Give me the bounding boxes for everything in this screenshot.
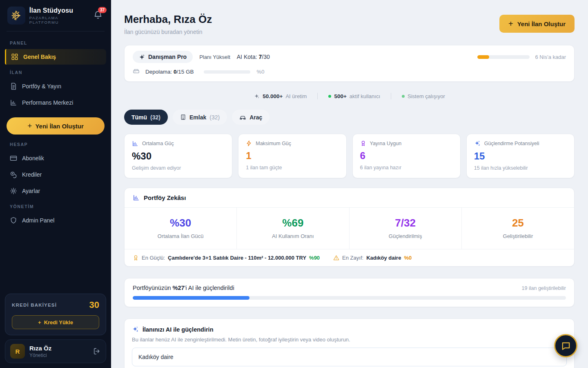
stat-card-boost-potential: Güçlendirme Potansiyeli 15 15 ilan hızla…	[466, 134, 575, 178]
sidebar-item-performance[interactable]: Performans Merkezi	[5, 95, 106, 110]
quota-progress-track	[477, 55, 530, 59]
category-tabs: Tümü (32) Emlak (32) Araç	[124, 110, 575, 125]
page-title: Merhaba, Rıza Öz	[124, 13, 212, 26]
sidebar-item-label: Abonelik	[22, 155, 44, 162]
page-subtitle: İlan gücünüzü buradan yönetin	[124, 29, 212, 35]
create-listing-button[interactable]: + Yeni İlan Oluştur	[499, 15, 575, 33]
stat-card-max-power: Maksimum Güç 1 1 ilan tam güçte	[238, 134, 346, 178]
sidebar-divider	[7, 31, 105, 31]
section-label-ilan: İLAN	[5, 65, 106, 78]
chat-fab-button[interactable]	[554, 334, 577, 357]
sidebar-item-label: Krediler	[22, 171, 42, 178]
sidebar-item-label: Ayarlar	[22, 188, 40, 194]
ai-progress-track	[133, 296, 566, 300]
sidebar-create-listing-button[interactable]: + Yeni İlan Oluştur	[7, 117, 105, 135]
storage-progress-track	[204, 70, 250, 74]
ai-progress-fill	[133, 296, 249, 300]
plus-icon: +	[38, 319, 41, 325]
section-label-yonetim: YÖNETİM	[5, 199, 106, 212]
green-dot-icon	[402, 95, 405, 98]
ai-progress-text: Portföyünüzün %27'i AI ile güçlendirildi	[133, 285, 234, 291]
chat-icon	[561, 341, 571, 351]
sidebar: İlan Stüdyosu PAZARLAMA PLATFORMU 37 PAN…	[0, 0, 111, 368]
listing-row[interactable]: Kadıköy daire	[132, 348, 567, 366]
ai-quota: AI Kota: 7/30	[237, 54, 270, 60]
sparkles-icon	[132, 326, 139, 333]
platform-stats-bar: 50.000+AI üretim 500+aktif kullanıcı Sis…	[124, 93, 575, 99]
sidebar-item-label: Portföy & Yayın	[22, 83, 61, 90]
sparkles-icon	[474, 140, 481, 147]
award-icon	[133, 255, 139, 261]
car-icon	[239, 114, 246, 121]
tab-estate[interactable]: Emlak (32)	[173, 110, 227, 125]
portfolio-stat-ai-usage: %69 AI Kullanım Oranı	[237, 208, 349, 249]
sidebar-item-portfolio[interactable]: Portföy & Yayın	[5, 79, 106, 94]
hard-drive-icon	[133, 68, 140, 75]
stat-cards: Ortalama Güç %30 Gelişim devam ediyor Ma…	[124, 134, 575, 178]
gear-arrow-logo-icon	[11, 10, 22, 21]
system-status: Sistem çalışıyor	[402, 93, 445, 99]
plus-icon: +	[508, 19, 513, 29]
ai-progress-note: 19 ilan geliştirilebilir	[522, 285, 566, 291]
sidebar-item-settings[interactable]: Ayarlar	[5, 183, 106, 199]
green-dot-icon	[328, 95, 331, 98]
portfolio-stat-improvable: 25 Geliştirilebilir	[462, 208, 574, 249]
tab-all[interactable]: Tümü (32)	[124, 110, 168, 125]
portfolio-stat-average: %30 Ortalama İlan Gücü	[125, 208, 237, 249]
load-credits-button[interactable]: + Kredi Yükle	[12, 315, 99, 329]
award-icon	[360, 140, 366, 146]
warning-icon	[333, 255, 339, 261]
sidebar-item-subscription[interactable]: Abonelik	[5, 150, 106, 166]
section-label-panel: PANEL	[5, 36, 106, 49]
sidebar-item-admin[interactable]: Admin Panel	[5, 213, 106, 228]
portfolio-stat-boosted: 7/32 Güçlendirilmiş	[350, 208, 462, 249]
boost-title: İlanınızı AI ile güçlendirin	[143, 326, 213, 333]
main-content: Merhaba, Rıza Öz İlan gücünüzü buradan y…	[111, 0, 588, 368]
sidebar-item-label: Performans Merkezi	[22, 99, 73, 106]
credit-card-icon	[10, 155, 17, 162]
gear-icon	[10, 187, 17, 195]
strongest-listing: En Güçlü: Çamlıdere'de 3+1 Satılık Daire…	[133, 255, 320, 261]
plan-badge: Danışman Pro	[133, 51, 193, 63]
ai-progress-card: Portföyünüzün %27'i AI ile güçlendirildi…	[124, 278, 575, 307]
ai-generation-stat: 50.000+AI üretim	[254, 93, 307, 99]
user-name: Rıza Öz	[29, 345, 51, 352]
credit-balance-value: 30	[89, 300, 99, 310]
section-label-hesap: HESAP	[5, 137, 106, 150]
sidebar-item-label: Admin Panel	[22, 217, 54, 224]
app-subtitle: PAZARLAMA PLATFORMU	[29, 16, 89, 25]
app-logo	[7, 7, 25, 25]
lightning-icon	[246, 140, 252, 146]
shield-icon	[10, 217, 17, 224]
stat-value: 6	[360, 150, 453, 162]
coins-icon	[10, 171, 17, 178]
tab-vehicle[interactable]: Araç	[232, 110, 270, 125]
active-users-stat: 500+aktif kullanıcı	[328, 93, 380, 99]
app-title: İlan Stüdyosu	[29, 7, 89, 14]
sparkle-icon	[254, 93, 260, 99]
user-card[interactable]: R Rıza Öz Yönetici	[5, 339, 106, 363]
avatar: R	[10, 344, 25, 359]
sparkle-icon	[139, 54, 145, 60]
sidebar-header: İlan Stüdyosu PAZARLAMA PLATFORMU 37	[5, 0, 106, 30]
bar-chart-icon	[10, 99, 17, 106]
upgrade-plan-link[interactable]: Planı Yükselt	[199, 54, 230, 60]
sidebar-item-credits[interactable]: Krediler	[5, 167, 106, 182]
user-role: Yönetici	[29, 352, 51, 358]
stat-card-publish-ready: Yayına Uygun 6 6 ilan yayına hazır	[352, 134, 461, 178]
sidebar-item-overview[interactable]: Genel Bakış	[5, 49, 106, 65]
boost-listings-card: İlanınızı AI ile güçlendirin Bu ilanlar …	[124, 319, 575, 368]
weakest-listing: En Zayıf: Kadıköy daire %0	[333, 255, 412, 261]
quota-progress-fill	[477, 55, 489, 59]
storage-usage: Depolama: 0/15 GB	[145, 69, 194, 75]
plus-icon: +	[27, 121, 32, 130]
logout-button[interactable]	[93, 347, 101, 355]
stat-card-average-power: Ortalama Güç %30 Gelişim devam ediyor	[124, 134, 232, 178]
grid-icon	[11, 53, 18, 61]
plan-deadline: 6 Nis'a kadar	[535, 54, 566, 60]
boost-subtitle: Bu ilanlar henüz AI ile zenginleştirilme…	[132, 337, 567, 343]
plan-card: Danışman Pro Planı Yükselt AI Kota: 7/30…	[124, 45, 575, 82]
notifications-button[interactable]: 37	[93, 10, 104, 21]
credit-balance-label: KREDİ BAKİYESİ	[12, 303, 57, 307]
stat-value: 1	[246, 150, 339, 162]
